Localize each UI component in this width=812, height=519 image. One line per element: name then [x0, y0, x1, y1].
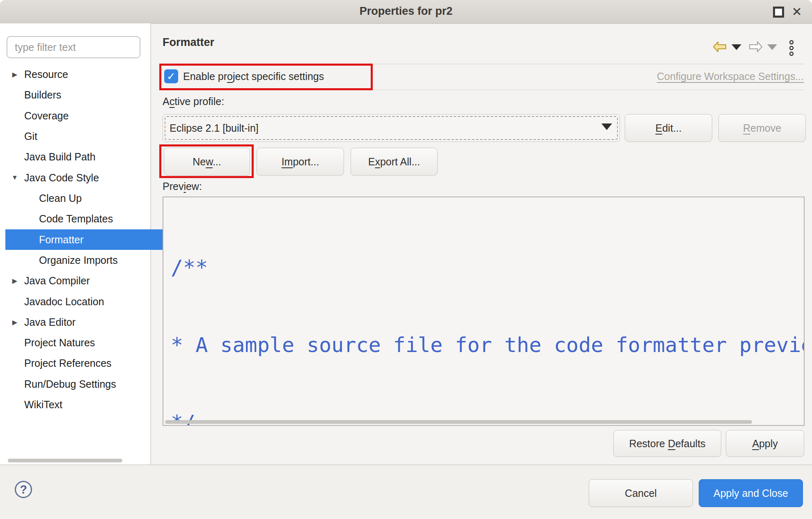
kebab-menu-icon	[789, 40, 794, 57]
sidebar-horizontal-scrollbar[interactable]	[8, 459, 122, 462]
filter-input[interactable]	[7, 36, 140, 58]
back-arrow-icon	[713, 41, 727, 53]
sidebar-item-label: Organize Imports	[39, 254, 118, 266]
sidebar-item-label: Resource	[24, 69, 68, 80]
sidebar-item-java-code-style[interactable]: ▼Java Code Style	[5, 167, 142, 188]
sidebar-item-clean-up[interactable]: Clean Up	[5, 188, 176, 208]
sidebar-item-label: Run/Debug Settings	[24, 378, 116, 390]
preferences-sidebar: ▶Resource Builders Coverage Git Java Bui…	[0, 23, 151, 464]
expander-icon: ▼	[5, 174, 24, 181]
sidebar-item-label: Coverage	[24, 110, 69, 122]
sidebar-item-label: Project References	[24, 357, 112, 369]
window-title: Properties for pr2	[0, 5, 812, 18]
sidebar-item-git[interactable]: Git	[5, 126, 142, 146]
expander-icon: ▶	[5, 318, 24, 326]
enable-project-settings-checkbox[interactable]: ✓	[164, 69, 178, 83]
code-line: * A sample source file for the code form…	[171, 332, 805, 358]
sidebar-item-javadoc-location[interactable]: Javadoc Location	[5, 291, 142, 312]
apply-button[interactable]: Apply	[726, 430, 804, 457]
preview-horizontal-scrollbar[interactable]	[165, 420, 752, 424]
active-profile-label: Active profile:	[163, 96, 224, 107]
sidebar-item-run-debug-settings[interactable]: Run/Debug Settings	[5, 374, 142, 394]
sidebar-item-java-build-path[interactable]: Java Build Path	[5, 146, 142, 167]
sidebar-item-label: Javadoc Location	[24, 296, 104, 308]
sidebar-item-resource[interactable]: ▶Resource	[5, 64, 142, 85]
active-profile-select[interactable]: Eclipse 2.1 [built-in]	[163, 114, 620, 142]
forward-arrow-icon	[749, 41, 763, 53]
sidebar-item-label: Java Editor	[24, 316, 76, 328]
cancel-button[interactable]: Cancel	[589, 479, 693, 507]
expander-icon: ▶	[5, 71, 24, 78]
import-button[interactable]: Import...	[257, 148, 344, 176]
sidebar-item-wikitext[interactable]: WikiText	[5, 394, 142, 415]
close-button[interactable]: ✕	[791, 6, 803, 18]
cancel-button-label: Cancel	[625, 487, 657, 499]
close-icon: ✕	[791, 6, 802, 18]
view-menu-button[interactable]	[789, 40, 794, 59]
export-all-button[interactable]: Export All...	[351, 148, 438, 176]
new-button-label: New...	[193, 156, 221, 168]
separator	[163, 64, 805, 64]
code-line: /**	[171, 255, 805, 281]
remove-button-label: Remove	[743, 122, 781, 134]
import-button-label: Import...	[282, 156, 319, 168]
maximize-button[interactable]	[772, 6, 784, 18]
sidebar-item-label: Formatter	[39, 234, 83, 246]
expander-icon: ▶	[5, 277, 24, 285]
preview-code: /** * A sample source file for the code …	[171, 203, 805, 426]
remove-button[interactable]: Remove	[718, 114, 806, 142]
restore-defaults-label: Restore Defaults	[629, 438, 705, 450]
configure-workspace-settings-link[interactable]: Configure Workspace Settings...	[657, 71, 804, 82]
properties-dialog: Properties for pr2 ✕ ▶Resource Builders …	[0, 0, 812, 519]
code-preview-area[interactable]: /** * A sample source file for the code …	[163, 197, 805, 426]
restore-defaults-button[interactable]: Restore Defaults	[613, 430, 721, 457]
enable-project-settings-label: Enable project specific settings	[183, 71, 324, 82]
help-icon: ?	[20, 483, 27, 496]
sidebar-item-formatter[interactable]: Formatter	[5, 229, 176, 250]
edit-button[interactable]: Edit...	[625, 114, 712, 142]
checkmark-icon: ✓	[167, 70, 176, 83]
sidebar-item-label: Java Compiler	[24, 275, 90, 287]
sidebar-item-project-references[interactable]: Project References	[5, 353, 142, 373]
maximize-icon	[773, 7, 784, 18]
sidebar-item-label: Java Code Style	[24, 172, 99, 184]
apply-button-label: Apply	[752, 438, 778, 450]
sidebar-item-organize-imports[interactable]: Organize Imports	[5, 250, 176, 270]
preview-label: Preview:	[163, 181, 202, 192]
edit-button-label: Edit...	[656, 122, 682, 134]
sidebar-item-coverage[interactable]: Coverage	[5, 105, 142, 126]
active-profile-value: Eclipse 2.1 [built-in]	[170, 122, 259, 134]
sidebar-item-code-templates[interactable]: Code Templates	[5, 208, 176, 229]
sidebar-item-label: Java Build Path	[24, 151, 96, 163]
page-title: Formatter	[163, 36, 214, 49]
sidebar-item-label: Code Templates	[39, 213, 113, 225]
sidebar-item-label: Clean Up	[39, 192, 82, 204]
export-all-button-label: Export All...	[368, 156, 420, 168]
title-bar: Properties for pr2 ✕	[0, 0, 812, 24]
back-button[interactable]	[713, 41, 727, 54]
sidebar-item-java-editor[interactable]: ▶Java Editor	[5, 312, 142, 332]
sidebar-item-label: Builders	[24, 89, 61, 101]
sidebar-item-label: Project Natures	[24, 337, 95, 349]
separator	[163, 89, 805, 90]
forward-button[interactable]	[749, 41, 763, 54]
sidebar-item-label: Git	[24, 130, 37, 142]
sidebar-item-label: WikiText	[24, 399, 62, 411]
sidebar-item-java-compiler[interactable]: ▶Java Compiler	[5, 270, 142, 291]
sidebar-item-builders[interactable]: Builders	[5, 85, 142, 105]
apply-and-close-label: Apply and Close	[713, 487, 788, 499]
chevron-down-icon	[601, 123, 612, 130]
new-button[interactable]: New...	[164, 148, 250, 176]
apply-and-close-button[interactable]: Apply and Close	[699, 479, 803, 507]
back-history-dropdown[interactable]	[732, 44, 741, 50]
sidebar-item-project-natures[interactable]: Project Natures	[5, 332, 142, 353]
forward-history-dropdown[interactable]	[767, 44, 777, 50]
help-button[interactable]: ?	[15, 481, 32, 498]
